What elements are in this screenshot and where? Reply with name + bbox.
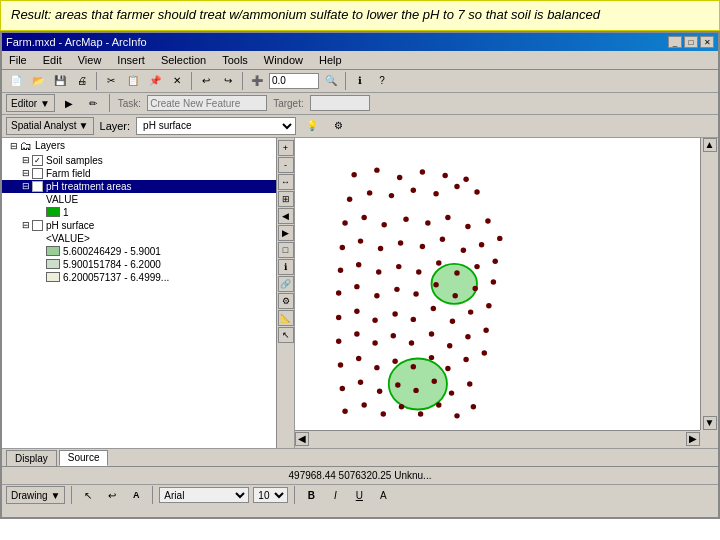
menu-tools[interactable]: Tools [219, 53, 251, 67]
toc-item-ph-treatment[interactable]: ⊟ ✓ pH treatment areas [2, 180, 276, 193]
measure-btn[interactable]: 📐 [278, 310, 294, 326]
open-button[interactable]: 📂 [28, 72, 48, 90]
editor-label: Editor ▼ [11, 98, 50, 109]
scale-input[interactable]: 0.0 [269, 73, 319, 89]
menu-insert[interactable]: Insert [114, 53, 148, 67]
toc-item-farm-field[interactable]: ⊟ Farm field [2, 167, 276, 180]
menu-help[interactable]: Help [316, 53, 345, 67]
toc-panel: ⊟ 🗂 Layers ⊟ ✓ Soil samples ⊟ Farm field… [2, 138, 277, 448]
edit-sketch[interactable]: ✏ [83, 94, 103, 112]
delete-button[interactable]: ✕ [167, 72, 187, 90]
full-extent-btn[interactable]: ⊞ [278, 191, 294, 207]
svg-point-84 [467, 381, 472, 386]
spatial-analyst-arrow: ▼ [79, 120, 89, 131]
paste-button[interactable]: 📌 [145, 72, 165, 90]
layer-select[interactable]: pH surface [136, 117, 296, 135]
close-button[interactable]: ✕ [700, 36, 714, 48]
treatment-label: pH treatment areas [46, 181, 132, 192]
redo-button[interactable]: ↪ [218, 72, 238, 90]
task-input[interactable] [147, 95, 267, 111]
swipe-btn[interactable]: ⚙ [278, 293, 294, 309]
svg-point-88 [399, 404, 404, 409]
underline-button[interactable]: U [349, 486, 369, 504]
add-data-button[interactable]: ➕ [247, 72, 267, 90]
menu-edit[interactable]: Edit [40, 53, 65, 67]
scroll-up-btn[interactable]: ▲ [703, 138, 717, 152]
font-select[interactable]: Arial [159, 487, 249, 503]
svg-point-44 [394, 287, 399, 292]
tab-display[interactable]: Display [6, 450, 57, 466]
farm-expand[interactable]: ⊟ [22, 168, 32, 178]
select-btn[interactable]: □ [278, 242, 294, 258]
next-extent-btn[interactable]: ▶ [278, 225, 294, 241]
prev-extent-btn[interactable]: ◀ [278, 208, 294, 224]
menu-file[interactable]: File [6, 53, 30, 67]
tab-source[interactable]: Source [59, 450, 109, 466]
menu-selection[interactable]: Selection [158, 53, 209, 67]
bold-button[interactable]: B [301, 486, 321, 504]
zoom-button[interactable]: 🔍 [321, 72, 341, 90]
farm-checkbox[interactable] [32, 168, 43, 179]
svg-point-62 [391, 333, 396, 338]
soil-expand[interactable]: ⊟ [22, 155, 32, 165]
rotate-tool[interactable]: ↩ [102, 486, 122, 504]
minimize-button[interactable]: _ [668, 36, 682, 48]
scroll-right-btn[interactable]: ▶ [686, 432, 700, 446]
maximize-button[interactable]: □ [684, 36, 698, 48]
target-input[interactable] [310, 95, 370, 111]
surface-expand[interactable]: ⊟ [22, 220, 32, 230]
menu-window[interactable]: Window [261, 53, 306, 67]
root-expand[interactable]: ⊟ [10, 141, 20, 151]
surface-checkbox[interactable] [32, 220, 43, 231]
editor-dropdown[interactable]: Editor ▼ [6, 94, 55, 112]
svg-point-50 [336, 315, 341, 320]
menu-view[interactable]: View [75, 53, 105, 67]
svg-point-10 [389, 193, 394, 198]
undo-button[interactable]: ↩ [196, 72, 216, 90]
identify-nav-btn[interactable]: ℹ [278, 259, 294, 275]
hyperlink-btn[interactable]: 🔗 [278, 276, 294, 292]
italic-button[interactable]: I [325, 486, 345, 504]
legend-label-range2: 5.900151784 - 6.2000 [63, 259, 161, 270]
soil-label: Soil samples [46, 155, 103, 166]
map-svg [295, 138, 700, 448]
horizontal-scrollbar[interactable]: ◀ ▶ [295, 430, 700, 448]
help-cursor-button[interactable]: ? [372, 72, 392, 90]
options-button[interactable]: ⚙ [328, 117, 348, 135]
treatment-checkbox[interactable]: ✓ [32, 181, 43, 192]
treatment-expand[interactable]: ⊟ [22, 181, 32, 191]
svg-point-13 [454, 184, 459, 189]
copy-button[interactable]: 📋 [123, 72, 143, 90]
pointer-btn[interactable]: ↖ [278, 327, 294, 343]
separator-1 [96, 72, 97, 90]
svg-point-23 [340, 245, 345, 250]
toc-item-ph-surface[interactable]: ⊟ pH surface [2, 219, 276, 232]
svg-point-64 [429, 331, 434, 336]
svg-point-60 [354, 331, 359, 336]
vertical-scrollbar[interactable]: ▲ ▼ [700, 138, 718, 430]
print-button[interactable]: 🖨 [72, 72, 92, 90]
scroll-left-btn[interactable]: ◀ [295, 432, 309, 446]
show-tips-button[interactable]: 💡 [302, 117, 322, 135]
font-color-button[interactable]: A [373, 486, 393, 504]
pointer-tool[interactable]: ↖ [78, 486, 98, 504]
aa-btn[interactable]: A [126, 486, 146, 504]
scroll-down-btn[interactable]: ▼ [703, 416, 717, 430]
save-button[interactable]: 💾 [50, 72, 70, 90]
map-canvas[interactable] [295, 138, 700, 448]
soil-checkbox[interactable]: ✓ [32, 155, 43, 166]
cut-button[interactable]: ✂ [101, 72, 121, 90]
separator-4 [345, 72, 346, 90]
zoom-in-btn[interactable]: + [278, 140, 294, 156]
toc-item-soil-samples[interactable]: ⊟ ✓ Soil samples [2, 154, 276, 167]
window-controls: _ □ ✕ [668, 36, 714, 48]
edit-tool[interactable]: ▶ [59, 94, 79, 112]
identify-button[interactable]: ℹ [350, 72, 370, 90]
zoom-out-btn[interactable]: - [278, 157, 294, 173]
spatial-analyst-dropdown[interactable]: Spatial Analyst ▼ [6, 117, 94, 135]
font-size-select[interactable]: 10 [253, 487, 288, 503]
drawing-dropdown[interactable]: Drawing ▼ [6, 486, 65, 504]
new-button[interactable]: 📄 [6, 72, 26, 90]
pan-btn[interactable]: ↔ [278, 174, 294, 190]
svg-point-58 [486, 303, 491, 308]
